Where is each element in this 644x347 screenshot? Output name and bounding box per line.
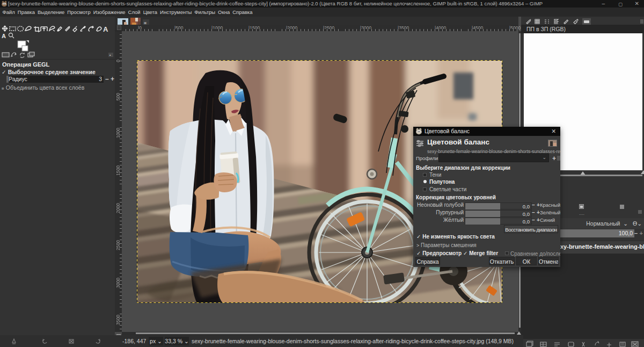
svg-text:A: A — [103, 25, 108, 33]
svg-text:A: A — [2, 33, 6, 39]
